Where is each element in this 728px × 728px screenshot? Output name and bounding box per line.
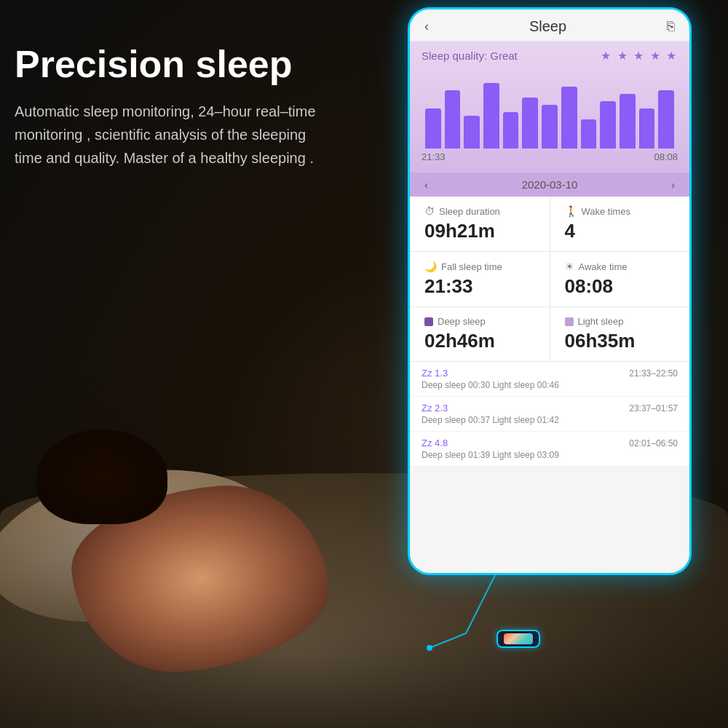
- wristband: [496, 630, 540, 648]
- chart-bar: [658, 90, 674, 149]
- awake-time-label: Awake time: [579, 261, 628, 272]
- light-sleep-label-row: Light sleep: [565, 316, 676, 327]
- chart-end-time: 08:08: [654, 151, 678, 162]
- session-time-range: 02:01–06:50: [629, 438, 678, 448]
- wake-times-cell: 🚶 Wake times 4: [550, 197, 690, 251]
- headline: Precision sleep: [15, 44, 335, 85]
- deep-sleep-label: Deep sleep: [438, 316, 486, 327]
- share-button[interactable]: ⎘: [667, 19, 675, 34]
- sleep-duration-icon: ⏱: [424, 205, 435, 217]
- session-time-range: 23:37–01:57: [629, 403, 678, 414]
- chart-bar: [425, 108, 441, 149]
- awake-time-icon: ☀: [565, 261, 574, 272]
- next-date-button[interactable]: ›: [671, 178, 675, 191]
- awake-time-cell: ☀ Awake time 08:08: [550, 252, 690, 306]
- stats-row-2: 🌙 Fall sleep time 21:33 ☀ Awake time 08:…: [410, 252, 689, 307]
- sleep-duration-label: Sleep duration: [439, 206, 500, 217]
- chart-area: Sleep quality: Great ★ ★ ★ ★ ★ 21:33 08:…: [410, 41, 689, 173]
- session-item: Zz 4.802:01–06:50Deep sleep 01:39 Light …: [410, 432, 689, 467]
- sleep-duration-label-row: ⏱ Sleep duration: [424, 205, 535, 217]
- wake-times-icon: 🚶: [565, 205, 577, 217]
- left-panel: Precision sleep Automatic sleep monitori…: [15, 44, 335, 170]
- light-sleep-cell: Light sleep 06h35m: [550, 307, 690, 361]
- chart-bar: [600, 101, 616, 149]
- session-zz-number: Zz 2.3: [422, 403, 448, 414]
- stars: ★ ★ ★ ★ ★: [601, 49, 678, 63]
- session-item: Zz 2.323:37–01:57Deep sleep 00:37 Light …: [410, 397, 689, 432]
- wristband-connector: [496, 630, 540, 648]
- prev-date-button[interactable]: ‹: [424, 178, 428, 191]
- chart-bar: [639, 108, 655, 149]
- session-item: Zz 1.321:33–22:50Deep sleep 00:30 Light …: [410, 362, 689, 397]
- fall-sleep-label-row: 🌙 Fall sleep time: [424, 261, 535, 272]
- chart-times: 21:33 08:08: [422, 151, 678, 162]
- chart-bar: [464, 116, 480, 149]
- session-header: Zz 2.323:37–01:57: [422, 403, 678, 414]
- chart-bar: [542, 105, 558, 149]
- wristband-screen: [504, 633, 533, 644]
- description: Automatic sleep monitoring, 24–hour real…: [15, 100, 335, 170]
- chart-bar: [581, 119, 597, 149]
- wake-times-label-row: 🚶 Wake times: [565, 205, 676, 217]
- sleep-quality-text: Sleep quality: Great: [422, 50, 518, 62]
- phone-container: ‹ Sleep ⎘ Sleep quality: Great ★ ★ ★ ★ ★…: [408, 7, 692, 575]
- app-title: Sleep: [529, 18, 566, 35]
- fall-sleep-icon: 🌙: [424, 261, 437, 272]
- session-header: Zz 1.321:33–22:50: [422, 368, 678, 379]
- session-details: Deep sleep 01:39 Light sleep 03:09: [422, 450, 678, 460]
- sleep-duration-cell: ⏱ Sleep duration 09h21m: [410, 197, 550, 251]
- deep-sleep-color: [424, 317, 433, 326]
- phone-screen: ‹ Sleep ⎘ Sleep quality: Great ★ ★ ★ ★ ★…: [408, 7, 692, 575]
- awake-time-value: 08:08: [565, 275, 676, 298]
- deep-sleep-value: 02h46m: [424, 330, 535, 352]
- chart-bar: [445, 90, 461, 149]
- chart-bar: [503, 112, 519, 149]
- light-sleep-label: Light sleep: [578, 316, 624, 327]
- fall-sleep-cell: 🌙 Fall sleep time 21:33: [410, 252, 550, 306]
- stats-container: ⏱ Sleep duration 09h21m 🚶 Wake times 4: [410, 197, 689, 362]
- session-zz-number: Zz 4.8: [422, 438, 448, 448]
- session-details: Deep sleep 00:37 Light sleep 01:42: [422, 415, 678, 425]
- chart-bar: [620, 94, 636, 149]
- session-details: Deep sleep 00:30 Light sleep 00:46: [422, 380, 678, 390]
- chart-start-time: 21:33: [422, 151, 446, 162]
- awake-time-label-row: ☀ Awake time: [565, 261, 676, 272]
- session-header: Zz 4.802:01–06:50: [422, 438, 678, 448]
- deep-sleep-cell: Deep sleep 02h46m: [410, 307, 550, 361]
- sleep-quality-row: Sleep quality: Great ★ ★ ★ ★ ★: [422, 49, 678, 63]
- bar-chart: [422, 68, 678, 149]
- sessions-list: Zz 1.321:33–22:50Deep sleep 00:30 Light …: [410, 362, 689, 467]
- chart-bar: [522, 98, 538, 149]
- fall-sleep-value: 21:33: [424, 275, 535, 298]
- deep-sleep-label-row: Deep sleep: [424, 316, 535, 327]
- light-sleep-color: [565, 317, 574, 326]
- stats-row-3: Deep sleep 02h46m Light sleep 06h35m: [410, 307, 689, 362]
- back-button[interactable]: ‹: [424, 19, 429, 34]
- sleep-quality-value: Great: [490, 50, 518, 62]
- session-zz-number: Zz 1.3: [422, 368, 448, 379]
- hair: [36, 430, 167, 524]
- session-time-range: 21:33–22:50: [629, 368, 678, 379]
- light-sleep-value: 06h35m: [565, 330, 676, 352]
- chart-bar: [561, 87, 577, 149]
- chart-bar: [483, 83, 499, 149]
- wake-times-value: 4: [565, 220, 676, 242]
- fall-sleep-label: Fall sleep time: [441, 261, 502, 272]
- app-header: ‹ Sleep ⎘: [410, 9, 689, 41]
- current-date: 2020-03-10: [522, 178, 578, 191]
- stats-row-1: ⏱ Sleep duration 09h21m 🚶 Wake times 4: [410, 197, 689, 252]
- sleep-duration-value: 09h21m: [424, 220, 535, 242]
- date-nav: ‹ 2020-03-10 ›: [410, 173, 689, 197]
- wake-times-label: Wake times: [582, 206, 630, 217]
